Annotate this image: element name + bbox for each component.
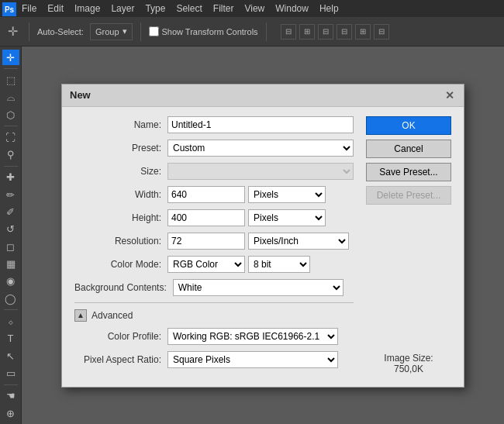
preset-select[interactable]: Custom <box>167 140 354 157</box>
image-size-value: 750,0K <box>366 364 451 374</box>
tool-healing[interactable]: ✚ <box>2 170 19 185</box>
dialog-body: Name: Preset: Custom Size: <box>62 107 464 387</box>
tool-hand[interactable]: ☚ <box>2 388 19 404</box>
menu-window[interactable]: Window <box>275 3 309 14</box>
tool-quick-select[interactable]: ⬡ <box>2 107 19 122</box>
name-label: Name: <box>74 119 167 130</box>
dialog-title-bar[interactable]: New ✕ <box>62 84 464 107</box>
bg-contents-row: Background Contents: White <box>74 279 354 296</box>
ok-button[interactable]: OK <box>366 116 451 135</box>
menu-layer[interactable]: Layer <box>111 3 134 14</box>
color-profile-select[interactable]: Working RGB: sRGB IEC61966-2.1 <box>167 328 338 345</box>
tool-crop[interactable]: ⛶ <box>2 129 19 145</box>
resolution-input[interactable] <box>167 233 245 250</box>
advanced-toggle[interactable]: ▲ <box>74 309 87 322</box>
tool-eraser[interactable]: ◻ <box>2 239 19 254</box>
bit-depth-select[interactable]: 8 bit <box>248 256 310 273</box>
tool-gradient[interactable]: ▦ <box>2 256 19 271</box>
height-input[interactable] <box>167 209 245 226</box>
show-transform-controls[interactable]: Show Transform Controls <box>149 26 258 36</box>
ps-icon: Ps <box>2 2 16 16</box>
preset-row: Preset: Custom <box>74 140 354 157</box>
show-transform-label: Show Transform Controls <box>162 27 258 36</box>
align-bottom-icon[interactable]: ⊟ <box>374 24 389 40</box>
menu-bar: Ps File Edit Image Layer Type Select Fil… <box>0 0 504 17</box>
dialog-form: Name: Preset: Custom Size: <box>74 116 354 374</box>
dialog-title: New <box>70 89 91 101</box>
height-unit-select[interactable]: Pixels <box>248 209 326 226</box>
size-label: Size: <box>74 166 167 177</box>
name-row: Name: <box>74 116 354 133</box>
tool-sep-3 <box>4 166 18 167</box>
tool-eyedropper[interactable]: ⚲ <box>2 147 19 162</box>
pixel-aspect-row: Pixel Aspect Ratio: Square Pixels <box>74 351 354 368</box>
tool-clone[interactable]: ✐ <box>2 204 19 219</box>
tool-brush[interactable]: ✏ <box>2 187 19 202</box>
resolution-unit-select[interactable]: Pixels/Inch <box>248 233 349 250</box>
align-center-icon[interactable]: ⊞ <box>299 24 315 40</box>
tool-history-brush[interactable]: ↺ <box>2 222 19 237</box>
color-mode-row: Color Mode: RGB Color 8 bit <box>74 256 354 273</box>
pixel-aspect-select[interactable]: Square Pixels <box>167 351 338 368</box>
tool-move[interactable]: ✛ <box>2 50 19 65</box>
align-left-icon[interactable]: ⊟ <box>281 24 296 40</box>
menu-view[interactable]: View <box>244 3 264 14</box>
color-mode-label: Color Mode: <box>74 259 167 270</box>
auto-select-label: Auto-Select: <box>37 27 84 36</box>
tool-sep-2 <box>4 126 18 126</box>
align-middle-icon[interactable]: ⊞ <box>355 24 371 40</box>
color-mode-select[interactable]: RGB Color <box>167 256 245 273</box>
image-size-info: Image Size: 750,0K <box>366 343 451 374</box>
align-right-icon[interactable]: ⊟ <box>318 24 333 40</box>
dialog-overlay: New ✕ Name: Preset: Custom <box>22 47 504 424</box>
dialog-close-button[interactable]: ✕ <box>444 89 456 102</box>
toolbar: ✛ Auto-Select: Group ▾ Show Transform Co… <box>0 17 504 47</box>
save-preset-button[interactable]: Save Preset... <box>366 163 451 181</box>
tool-lasso[interactable]: ⌓ <box>2 90 19 105</box>
menu-image[interactable]: Image <box>74 3 100 14</box>
height-row: Height: Pixels <box>74 209 354 226</box>
tool-path-select[interactable]: ↖ <box>2 348 19 364</box>
tool-pen[interactable]: ⬦ <box>2 313 19 329</box>
menu-help[interactable]: Help <box>319 3 339 14</box>
bg-contents-select[interactable]: White <box>173 279 343 296</box>
name-input[interactable] <box>167 116 354 133</box>
width-label: Width: <box>74 189 167 200</box>
tool-sep-5 <box>4 384 18 385</box>
new-document-dialog: New ✕ Name: Preset: Custom <box>61 84 464 388</box>
height-label: Height: <box>74 212 167 223</box>
delete-preset-button[interactable]: Delete Preset... <box>366 186 451 205</box>
align-top-icon[interactable]: ⊟ <box>337 24 352 40</box>
menu-type[interactable]: Type <box>145 3 165 14</box>
advanced-label: Advanced <box>91 310 133 321</box>
bg-contents-label: Background Contents: <box>74 282 173 293</box>
width-unit-select[interactable]: Pixels <box>248 186 326 203</box>
move-tool-icon: ✛ <box>5 22 21 40</box>
tool-dodge[interactable]: ◯ <box>2 291 19 306</box>
tool-blur[interactable]: ◉ <box>2 274 19 289</box>
menu-filter[interactable]: Filter <box>213 3 234 14</box>
tool-sep-4 <box>4 309 18 310</box>
color-profile-row: Color Profile: Working RGB: sRGB IEC6196… <box>74 328 354 345</box>
toolbar-divider-1 <box>29 22 29 41</box>
menu-select[interactable]: Select <box>176 3 202 14</box>
tool-shape[interactable]: ▭ <box>2 365 19 381</box>
show-transform-checkbox[interactable] <box>149 26 159 36</box>
dialog-buttons: OK Cancel Save Preset... Delete Preset..… <box>366 116 451 374</box>
group-dropdown[interactable]: Group ▾ <box>90 23 133 40</box>
tool-text[interactable]: T <box>2 331 19 346</box>
pixel-aspect-label: Pixel Aspect Ratio: <box>74 354 167 365</box>
menu-edit[interactable]: Edit <box>47 3 64 14</box>
size-row: Size: <box>74 163 354 180</box>
preset-label: Preset: <box>74 143 167 153</box>
tool-marquee[interactable]: ⬚ <box>2 72 19 88</box>
tool-zoom[interactable]: ⊕ <box>2 405 19 421</box>
size-select[interactable] <box>167 163 354 180</box>
image-size-label: Image Size: <box>366 353 451 364</box>
toolbar-divider-3 <box>266 22 267 41</box>
tool-sep-1 <box>4 68 18 69</box>
menu-file[interactable]: File <box>22 3 36 14</box>
width-input[interactable] <box>167 186 245 203</box>
toolbar-divider-2 <box>140 22 141 41</box>
cancel-button[interactable]: Cancel <box>366 140 451 158</box>
